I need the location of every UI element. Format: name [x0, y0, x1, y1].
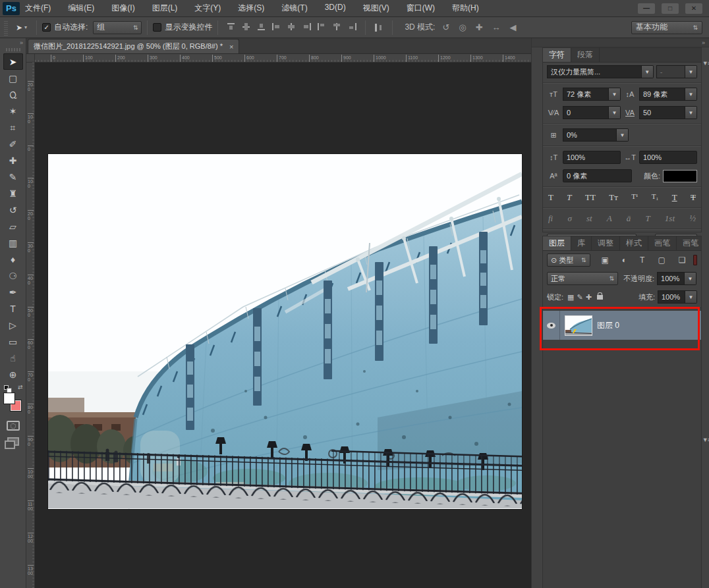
clone-stamp-tool[interactable]: ♜ [3, 185, 23, 201]
toolbar-collapse-button[interactable]: » [0, 40, 26, 47]
filter-adjustment-layers-icon[interactable]: ◐ [622, 255, 627, 265]
tab-3[interactable]: 样式 [620, 236, 648, 250]
menu-item-2[interactable]: 图像(I) [111, 3, 134, 14]
font-size-field[interactable]: 72 像素 ▼ [563, 88, 621, 101]
3d-roll-icon[interactable]: ◎ [459, 22, 466, 32]
path-selection-tool[interactable]: ▷ [3, 317, 23, 333]
filter-smart-objects-icon[interactable]: ❏ [679, 255, 686, 265]
contextual-alternates-button[interactable]: σ [567, 213, 571, 224]
lock-all-icon[interactable] [597, 295, 603, 300]
filter-pixel-layers-icon[interactable]: ▣ [602, 255, 609, 265]
blend-mode-select[interactable]: 正常 ⇅ [547, 272, 618, 285]
tsume-field[interactable]: 0% ▼ [563, 128, 629, 142]
3d-rotate-icon[interactable]: ↺ [442, 22, 449, 32]
ordinals-button[interactable]: 1st [665, 213, 675, 224]
baseline-shift-field[interactable]: 0 像素 [563, 169, 632, 182]
eyedropper-tool[interactable]: ✐ [3, 136, 23, 152]
quick-mask-button[interactable] [7, 421, 20, 431]
tab-2[interactable]: 调整 [592, 236, 620, 250]
distribute-center-button[interactable] [332, 22, 342, 31]
menu-item-9[interactable]: 窗口(W) [407, 3, 435, 14]
blur-tool[interactable]: ♦ [3, 251, 23, 267]
type-tool[interactable]: T [3, 300, 23, 317]
foreground-color-swatch[interactable] [3, 392, 15, 404]
pen-tool[interactable]: ✒ [3, 284, 23, 300]
stylistic-alternates-button[interactable]: ā [627, 213, 631, 224]
healing-brush-tool[interactable]: ✚ [3, 152, 23, 169]
filter-type-layers-icon[interactable]: T [640, 255, 644, 265]
tab-4[interactable]: 画笔 [648, 236, 677, 250]
dodge-tool[interactable]: ⚆ [3, 267, 23, 284]
strikethrough-button[interactable]: T [691, 192, 696, 203]
auto-select-dropdown[interactable]: 组 ⇅ [93, 21, 142, 34]
underline-button[interactable]: T [672, 192, 677, 203]
align-right-edges-button[interactable] [302, 22, 312, 31]
tab-1[interactable]: 库 [571, 236, 592, 250]
discretionary-ligatures-button[interactable]: st [586, 213, 592, 224]
auto-select-checkbox[interactable]: ✓ [42, 23, 51, 32]
distribute-right-button[interactable] [347, 22, 357, 31]
screen-mode-button[interactable] [7, 437, 19, 446]
hand-tool[interactable]: ☝ [3, 350, 23, 366]
shape-tool[interactable]: ▭ [3, 333, 23, 350]
tab-0[interactable]: 图层 [543, 236, 571, 250]
panel-menu-icon[interactable]: ▼≡ [702, 60, 709, 67]
opacity-field[interactable]: 100% ▼ [657, 272, 696, 285]
filter-toggle-switch[interactable] [693, 255, 697, 265]
all-caps-button[interactable]: TT [585, 192, 596, 203]
small-caps-button[interactable]: Tт [609, 192, 618, 203]
fill-field[interactable]: 100% ▼ [658, 290, 697, 304]
distribute-left-button[interactable] [317, 22, 327, 31]
crop-tool[interactable]: ⌗ [3, 119, 23, 136]
align-top-edges-button[interactable] [226, 22, 236, 31]
tool-preset-picker[interactable]: ➤ ▾ [12, 22, 31, 34]
menu-item-3[interactable]: 图层(L) [152, 3, 178, 14]
faux-italic-button[interactable]: T [567, 192, 571, 203]
brush-tool[interactable]: ✎ [3, 169, 23, 185]
text-color-swatch[interactable] [663, 170, 697, 182]
menu-item-8[interactable]: 视图(V) [363, 3, 389, 14]
menu-item-6[interactable]: 滤镜(T) [281, 3, 307, 14]
menu-item-10[interactable]: 帮助(H) [452, 3, 479, 14]
align-vertical-centers-button[interactable] [241, 22, 251, 31]
toolbar-grip[interactable] [6, 48, 20, 51]
superscript-button[interactable]: T¹ [631, 192, 638, 203]
quick-selection-tool[interactable]: ✶ [3, 103, 23, 119]
panel-menu-icon[interactable]: ▼≡ [702, 437, 709, 443]
align-horizontal-centers-button[interactable] [287, 22, 297, 31]
layer-thumbnail[interactable] [565, 316, 592, 335]
distribute-button[interactable] [374, 23, 384, 32]
document-tab[interactable]: 微信图片_20181225142921.jpg @ 50% (图层 0, RGB… [28, 39, 239, 53]
zoom-tool[interactable]: ⊕ [3, 366, 23, 383]
font-style-select[interactable]: - ▼ [656, 65, 697, 78]
move-tool[interactable]: ➤ [3, 53, 23, 70]
minimize-button[interactable]: — [638, 3, 655, 14]
default-colors-icon[interactable] [4, 385, 9, 390]
menu-item-7[interactable]: 3D(D) [325, 3, 346, 14]
swap-colors-icon[interactable]: ⇄ [18, 384, 23, 390]
titling-alternates-button[interactable]: T [645, 213, 650, 224]
show-transform-checkbox[interactable] [153, 23, 161, 32]
font-family-select[interactable]: 汉仪力量黑简... ▼ [547, 65, 654, 78]
align-left-edges-button[interactable] [271, 22, 281, 31]
3d-camera-icon[interactable]: ◀ [510, 22, 517, 32]
menu-item-0[interactable]: 文件(F) [25, 3, 51, 14]
canvas-area[interactable] [35, 63, 531, 588]
align-bottom-edges-button[interactable] [256, 22, 266, 31]
close-button[interactable]: ✕ [685, 3, 702, 14]
filter-shape-layers-icon[interactable]: ▢ [658, 255, 665, 265]
tab-1[interactable]: 段落 [571, 48, 600, 62]
ligatures-button[interactable]: fi [548, 213, 553, 224]
tab-0[interactable]: 字符 [543, 48, 571, 62]
lock-paint-icon[interactable]: ✎ [577, 293, 582, 301]
marquee-tool[interactable]: ▢ [3, 70, 23, 86]
menu-item-1[interactable]: 编辑(E) [68, 3, 94, 14]
dock-collapse-icon[interactable]: » [702, 40, 705, 46]
horizontal-scale-field[interactable]: 100% [639, 151, 697, 164]
tab-5[interactable]: 画笔 [677, 236, 701, 250]
tracking-field[interactable]: 50 ▼ [639, 106, 697, 119]
3d-slide-icon[interactable]: ↔ [492, 22, 501, 32]
maximize-button[interactable]: □ [662, 3, 679, 14]
eraser-tool[interactable]: ▱ [3, 218, 23, 234]
lasso-tool[interactable]: Q [3, 86, 23, 103]
